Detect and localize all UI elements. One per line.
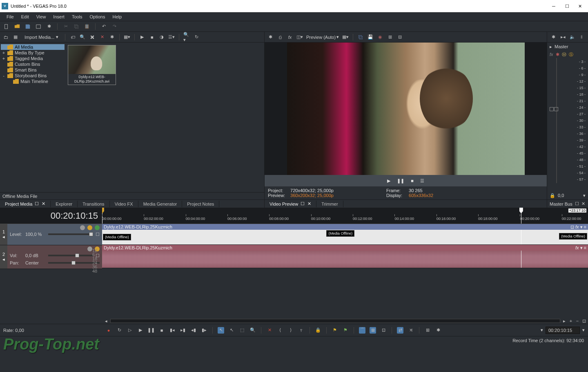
go-end-icon[interactable]: ▸▮ xyxy=(180,327,186,334)
snap-grid-icon[interactable]: ⊠ xyxy=(370,327,376,334)
menu-edit[interactable]: Edit xyxy=(18,13,32,20)
tab-master-bus[interactable]: Master Bus xyxy=(550,202,572,206)
master-fx-icon[interactable]: fx xyxy=(550,52,553,57)
master-mute-icon[interactable]: Ⓜ xyxy=(562,52,566,58)
tab-video-preview[interactable]: Video Preview☐✕ xyxy=(265,201,316,207)
zoom-out-icon[interactable]: − xyxy=(575,318,580,323)
tab-trimmer[interactable]: Trimmer xyxy=(316,201,343,207)
track-mute-icon[interactable] xyxy=(80,225,85,230)
pm-zoom-icon[interactable]: 🔍▾ xyxy=(183,34,190,40)
pm-list-icon[interactable]: ☰▾ xyxy=(168,34,175,40)
tab-transitions[interactable]: Transitions xyxy=(78,201,109,207)
video-track[interactable]: Dyldy.e12.WEB-DLRip.25Kuzmich⊡ fx ▾ ≡ (M… xyxy=(102,224,588,245)
pv-props-icon[interactable]: ✱ xyxy=(267,34,274,40)
trim-start-icon[interactable]: ⟨ xyxy=(277,327,283,334)
normal-edit-icon[interactable]: ↖ xyxy=(218,327,224,334)
paste-icon[interactable]: 📋 xyxy=(84,23,90,30)
tree-tagged-media[interactable]: +Tagged Media xyxy=(1,56,65,61)
close-button[interactable]: ✕ xyxy=(578,4,583,9)
playhead-marker[interactable] xyxy=(521,208,521,224)
timecode-input[interactable] xyxy=(546,327,580,334)
timeline-scroll[interactable]: ◂ ▸ + − ⊡ xyxy=(102,318,588,324)
video-track-header[interactable]: 1◂ Level:100,0 %☐ xyxy=(0,224,102,245)
pv-copy-icon[interactable]: ⿻ xyxy=(357,34,364,40)
pv-grid-icon[interactable]: ⊞ xyxy=(387,34,393,40)
zoom-in-icon[interactable]: + xyxy=(568,318,573,323)
zoom-edit-icon[interactable]: 🔍 xyxy=(249,327,256,334)
master-insert-icon[interactable]: ✱ xyxy=(556,52,559,57)
tree-storyboard-bins[interactable]: -Storyboard Bins xyxy=(1,73,65,78)
tree-all-media[interactable]: All Media xyxy=(1,44,65,50)
copy-icon[interactable]: ⿻ xyxy=(73,23,80,30)
tab-explorer[interactable]: Explorer xyxy=(51,201,78,207)
menu-help[interactable]: Help xyxy=(109,13,125,20)
pv-scope-icon[interactable]: ⊟ xyxy=(396,34,403,40)
track-solo-icon[interactable] xyxy=(87,225,92,230)
master-solo-icon[interactable]: Ⓢ xyxy=(569,52,573,58)
next-frame-icon[interactable]: ▮▸ xyxy=(201,327,207,334)
pm-tag-icon[interactable]: 🏷 xyxy=(69,34,76,40)
pm-views-icon[interactable]: ▦▾ xyxy=(124,34,130,40)
audio-track-header[interactable]: 2◂ Vol:0,0 dB☐ Pan:Center 12618243648 xyxy=(0,245,102,269)
lock-icon[interactable]: 🔒 xyxy=(550,193,555,198)
menu-insert[interactable]: Insert xyxy=(50,13,68,20)
zoom-fit-icon[interactable]: ⊡ xyxy=(581,318,586,323)
trim-end-icon[interactable]: ⟩ xyxy=(287,327,294,334)
delete-icon[interactable]: ✕ xyxy=(266,327,273,334)
timeline-ruler[interactable]: +23:17:10 00:00:00:0000:02:00:0000:04:00… xyxy=(102,208,588,224)
tree-custom-bins[interactable]: Custom Bins xyxy=(1,61,65,67)
tab-pin-icon[interactable]: ☐ xyxy=(35,202,39,206)
tree-smart-bins[interactable]: Smart Bins xyxy=(1,67,65,73)
audio-track[interactable]: Dyldy.e12.WEB-DLRip.25Kuzmichfx ▾ ≡ xyxy=(102,245,588,268)
pv-save-icon[interactable]: 💾 xyxy=(367,34,374,40)
master-props-icon[interactable]: ✱ xyxy=(550,34,557,40)
master-mixer-icon[interactable]: ⫴ xyxy=(579,34,585,40)
pm-explorer-icon[interactable]: 🗀 xyxy=(2,34,9,40)
play-icon[interactable]: ▶ xyxy=(137,327,144,334)
pm-props-icon[interactable]: ✱ xyxy=(109,34,115,40)
track-mute-icon[interactable] xyxy=(87,247,92,251)
pv-fx-icon[interactable]: fx xyxy=(287,34,293,40)
snap-markers-icon[interactable]: ⊡ xyxy=(380,327,387,334)
split-icon[interactable]: ⫯ xyxy=(298,327,305,334)
master-chevron-icon[interactable]: ▾ xyxy=(583,193,586,198)
cut-icon[interactable]: ✂ xyxy=(62,23,69,30)
track-automation-icon[interactable] xyxy=(95,225,100,230)
scroll-right-icon[interactable]: ▸ xyxy=(562,318,567,323)
loop-icon[interactable]: ↻ xyxy=(116,327,122,334)
timecode-display[interactable]: 00:20:10:15 xyxy=(0,208,102,224)
render-icon[interactable] xyxy=(35,23,42,30)
tab-video-fx[interactable]: Video FX xyxy=(110,201,138,207)
master-output-icon[interactable]: ▸◂ xyxy=(560,34,566,40)
pv-play-icon[interactable]: ▶ xyxy=(387,178,390,184)
pv-ext-icon[interactable]: ⎙ xyxy=(277,34,283,40)
save-icon[interactable] xyxy=(24,23,31,30)
menu-options[interactable]: Options xyxy=(87,13,109,20)
pm-autoplay-icon[interactable]: ◑ xyxy=(158,34,165,40)
auto-ripple-icon[interactable]: ⇄ xyxy=(397,327,403,334)
tree-main-timeline[interactable]: Main Timeline xyxy=(1,78,65,84)
pm-remove-icon[interactable]: 🗙 xyxy=(89,34,96,40)
master-automation-icon[interactable]: ▸ xyxy=(550,44,552,49)
tab-close-icon[interactable]: ✕ xyxy=(41,202,45,206)
pv-overlay-icon[interactable]: ▦▾ xyxy=(342,34,349,40)
volume-slider[interactable] xyxy=(48,255,93,256)
pm-refresh-icon[interactable]: ↻ xyxy=(193,34,200,40)
scrollbar-track[interactable] xyxy=(110,319,560,323)
lock-icon[interactable]: 🔒 xyxy=(315,327,321,334)
tab-media-generator[interactable]: Media Generator xyxy=(138,201,183,207)
pv-pause-icon[interactable]: ❚❚ xyxy=(397,178,404,184)
menu-tools[interactable]: Tools xyxy=(69,13,86,20)
time-format-icon[interactable]: ▾ xyxy=(582,327,585,333)
auto-crossfade-icon[interactable]: ⤨ xyxy=(408,327,414,334)
go-start-icon[interactable]: ▮◂ xyxy=(169,327,176,334)
properties-icon[interactable]: ✱ xyxy=(46,23,52,30)
master-tab-close-icon[interactable]: ✕ xyxy=(581,202,586,206)
undo-icon[interactable]: ↶ xyxy=(100,23,107,30)
ungroup-icon[interactable]: ✱ xyxy=(435,327,441,334)
record-icon[interactable]: ● xyxy=(105,327,112,334)
pm-stop-icon[interactable]: ■ xyxy=(149,34,155,40)
new-icon[interactable] xyxy=(3,23,10,30)
tree-media-by-type[interactable]: +Media By Type xyxy=(1,50,65,56)
maximize-button[interactable]: ☐ xyxy=(565,4,570,9)
